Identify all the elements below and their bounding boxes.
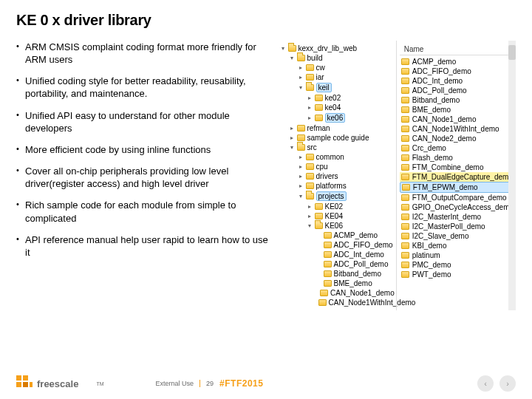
tree-label[interactable]: BME_demo	[334, 279, 372, 287]
chevron-down-icon[interactable]: ▾	[281, 46, 286, 51]
tree-node[interactable]: CAN_Node1_demo	[279, 288, 395, 298]
chevron-right-icon[interactable]: ▸	[299, 164, 304, 169]
list-item[interactable]: I2C_Slave_demo	[400, 231, 514, 241]
scroll-thumb[interactable]	[508, 45, 516, 60]
tree-node[interactable]: ▾keil	[279, 82, 395, 93]
chevron-right-icon[interactable]: ▸	[307, 105, 313, 110]
list-item[interactable]: CAN_Node2_demo	[400, 134, 514, 143]
chevron-down-icon[interactable]: ▾	[307, 223, 313, 228]
tree-node[interactable]: ▾src	[279, 143, 395, 152]
tree-node[interactable]: Bitband_demo	[279, 269, 395, 279]
tree-label[interactable]: keil	[316, 83, 332, 92]
list-item[interactable]: PWT_demo	[400, 270, 514, 279]
tree-label[interactable]: ADC_FIFO_demo	[334, 241, 393, 249]
tree-label[interactable]: iar	[316, 73, 324, 81]
list-item[interactable]: I2C_MasterInt_demo	[400, 212, 514, 222]
tree-node[interactable]: ACMP_demo	[279, 231, 395, 240]
tree-label[interactable]: ADC_Int_demo	[334, 250, 384, 259]
tree-label[interactable]: CAN_Node1_demo	[330, 289, 395, 297]
tree-node[interactable]: ▸platforms	[279, 181, 395, 191]
tree-node[interactable]: ▸drivers	[279, 171, 395, 181]
list-item[interactable]: PMC_demo	[400, 260, 514, 270]
chevron-right-icon[interactable]: ▸	[290, 135, 295, 140]
tree-label[interactable]: refman	[307, 124, 330, 132]
tree-label[interactable]: sample code guide	[307, 134, 369, 142]
tree-label[interactable]: Bitband_demo	[334, 270, 382, 278]
tree-node[interactable]: ADC_Int_demo	[279, 250, 395, 259]
list-item[interactable]: FTM_Combine_demo	[400, 163, 514, 172]
tree-node[interactable]: ▸ke06	[279, 112, 395, 123]
list-item[interactable]: platinum	[400, 250, 514, 260]
chevron-right-icon[interactable]: ▸	[299, 75, 304, 80]
list-item[interactable]: FTM_EPWM_demo	[400, 182, 514, 193]
tree-label[interactable]: projects	[316, 191, 347, 201]
list-item[interactable]: Crc_demo	[400, 143, 514, 153]
tree-node[interactable]: BME_demo	[279, 279, 395, 288]
tree-label[interactable]: ke06	[325, 113, 346, 123]
chevron-right-icon[interactable]: ▸	[307, 214, 313, 219]
tree-pane[interactable]: ▾ kexx_drv_lib_web ▾build▸cw▸iar▾keil▸ke…	[276, 41, 396, 310]
tree-label[interactable]: KE04	[325, 212, 343, 220]
tree-node[interactable]: ▸cw	[279, 63, 395, 72]
chevron-right-icon[interactable]: ▸	[299, 154, 304, 160]
file-list-pane[interactable]: Name ACMP_demoADC_FIFO_demoADC_Int_demoA…	[396, 41, 516, 310]
tree-node[interactable]: ▸ke02	[279, 93, 395, 103]
scrollbar[interactable]	[508, 41, 516, 310]
tree-node[interactable]: ADC_FIFO_demo	[279, 240, 395, 250]
tree-label[interactable]: build	[307, 54, 323, 62]
tree-node[interactable]: ▸cpu	[279, 162, 395, 171]
list-item[interactable]: I2C_MasterPoll_demo	[400, 222, 514, 231]
list-item[interactable]: CAN_Node1_demo	[400, 115, 514, 124]
chevron-down-icon[interactable]: ▾	[290, 55, 295, 61]
tree-label[interactable]: common	[316, 153, 344, 161]
list-item[interactable]: KBI_demo	[400, 241, 514, 250]
chevron-down-icon[interactable]: ▾	[299, 85, 304, 90]
chevron-right-icon[interactable]: ▸	[299, 65, 304, 70]
tree-label[interactable]: ADC_Poll_demo	[334, 260, 389, 268]
tree-node[interactable]: ▸iar	[279, 72, 395, 82]
tree-node[interactable]: ▸ke04	[279, 103, 395, 112]
tree-label[interactable]: drivers	[316, 172, 338, 180]
tree-node[interactable]: ▾KE06	[279, 221, 395, 231]
list-item[interactable]: CAN_Node1WithInt_demo	[400, 124, 514, 134]
chevron-right-icon[interactable]: ▸	[299, 183, 304, 188]
list-item[interactable]: GPIO_OneCycleAccess_demo	[400, 202, 514, 212]
list-item[interactable]: ADC_Poll_demo	[400, 86, 514, 95]
tree-node[interactable]: ▾build	[279, 53, 395, 63]
tree-label[interactable]: src	[307, 143, 317, 151]
next-button[interactable]: ›	[499, 375, 516, 392]
tree-label[interactable]: ke02	[325, 94, 341, 102]
tree-label[interactable]: KE06	[325, 222, 343, 230]
tree-node[interactable]: ▸KE02	[279, 202, 395, 211]
tree-node[interactable]: ▾projects	[279, 191, 395, 202]
chevron-right-icon[interactable]: ▸	[307, 95, 313, 100]
tree-node[interactable]: ▸common	[279, 152, 395, 162]
chevron-right-icon[interactable]: ▸	[299, 174, 304, 179]
tree-label[interactable]: cpu	[316, 163, 328, 171]
tree-label[interactable]: KE02	[325, 202, 343, 211]
list-item[interactable]: BME_demo	[400, 105, 514, 115]
list-item[interactable]: FTM_DualEdgeCapture_demo	[400, 172, 514, 182]
list-item[interactable]: Bitband_demo	[400, 95, 514, 105]
tree-node[interactable]: ADC_Poll_demo	[279, 259, 395, 269]
tree-label[interactable]: platforms	[316, 182, 347, 190]
prev-button[interactable]: ‹	[477, 375, 494, 392]
column-header-name[interactable]: Name	[400, 44, 514, 55]
chevron-down-icon[interactable]: ▾	[299, 194, 304, 199]
tree-label[interactable]: cw	[316, 64, 325, 72]
tree-label[interactable]: ke04	[325, 103, 341, 112]
tree-node[interactable]: ▸KE04	[279, 211, 395, 221]
tree-node[interactable]: CAN_Node1WithInt_demo	[279, 298, 395, 307]
chevron-right-icon[interactable]: ▸	[290, 126, 295, 131]
list-item[interactable]: ADC_FIFO_demo	[400, 66, 514, 76]
chevron-down-icon[interactable]: ▾	[290, 145, 295, 150]
chevron-right-icon[interactable]: ▸	[307, 204, 313, 209]
list-item[interactable]: Flash_demo	[400, 153, 514, 163]
tree-node[interactable]: ▸refman	[279, 123, 395, 133]
list-item[interactable]: ADC_Int_demo	[400, 76, 514, 86]
tree-root-label[interactable]: kexx_drv_lib_web	[299, 44, 358, 52]
tree-label[interactable]: ACMP_demo	[334, 231, 378, 239]
chevron-right-icon[interactable]: ▸	[307, 115, 313, 120]
list-item[interactable]: FTM_OutputCompare_demo	[400, 193, 514, 202]
list-item[interactable]: ACMP_demo	[400, 57, 514, 66]
